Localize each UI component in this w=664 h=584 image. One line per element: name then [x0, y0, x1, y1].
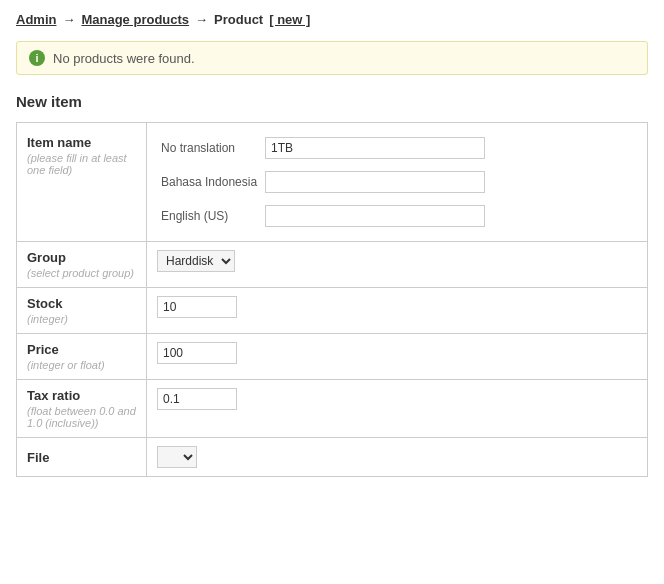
- translation-table: No translation Bahasa Indonesia English …: [157, 131, 637, 233]
- breadcrumb-manage-link[interactable]: Manage products: [81, 12, 189, 27]
- file-label-cell: File: [17, 438, 147, 477]
- price-row: Price (integer or float): [17, 334, 648, 380]
- tax-row: Tax ratio (float between 0.0 and 1.0 (in…: [17, 380, 648, 438]
- price-label-cell: Price (integer or float): [17, 334, 147, 380]
- stock-value-cell: [147, 288, 648, 334]
- english-input-cell: [261, 199, 637, 233]
- stock-label: Stock: [27, 296, 136, 311]
- tax-label: Tax ratio: [27, 388, 136, 403]
- file-value-cell: [147, 438, 648, 477]
- tax-label-cell: Tax ratio (float between 0.0 and 1.0 (in…: [17, 380, 147, 438]
- breadcrumb-arrow-1: →: [62, 12, 75, 27]
- item-name-value-cell: No translation Bahasa Indonesia English …: [147, 123, 648, 242]
- breadcrumb-new-link[interactable]: [ new ]: [269, 12, 310, 27]
- breadcrumb-arrow-2: →: [195, 12, 208, 27]
- bahasa-input-cell: [261, 165, 637, 199]
- no-translation-label: No translation: [157, 131, 261, 165]
- breadcrumb-current: Product: [214, 12, 263, 27]
- english-label: English (US): [157, 199, 261, 233]
- breadcrumb-admin-link[interactable]: Admin: [16, 12, 56, 27]
- tax-value-cell: [147, 380, 648, 438]
- stock-hint: (integer): [27, 313, 136, 325]
- alert-message: No products were found.: [53, 51, 195, 66]
- group-select[interactable]: Harddisk SSD RAM CPU: [157, 250, 235, 272]
- price-input[interactable]: [157, 342, 237, 364]
- section-title: New item: [16, 93, 648, 110]
- group-hint: (select product group): [27, 267, 136, 279]
- english-input[interactable]: [265, 205, 485, 227]
- alert-box: i No products were found.: [16, 41, 648, 75]
- price-label: Price: [27, 342, 136, 357]
- price-hint: (integer or float): [27, 359, 136, 371]
- product-form: Item name (please fill in at least one f…: [16, 122, 648, 477]
- item-name-label: Item name: [27, 135, 136, 150]
- price-value-cell: [147, 334, 648, 380]
- group-label-cell: Group (select product group): [17, 242, 147, 288]
- tax-hint: (float between 0.0 and 1.0 (inclusive)): [27, 405, 136, 429]
- group-value-cell: Harddisk SSD RAM CPU: [147, 242, 648, 288]
- stock-input[interactable]: [157, 296, 237, 318]
- group-label: Group: [27, 250, 136, 265]
- no-translation-input[interactable]: [265, 137, 485, 159]
- english-row: English (US): [157, 199, 637, 233]
- item-name-label-cell: Item name (please fill in at least one f…: [17, 123, 147, 242]
- group-row: Group (select product group) Harddisk SS…: [17, 242, 648, 288]
- stock-label-cell: Stock (integer): [17, 288, 147, 334]
- tax-input[interactable]: [157, 388, 237, 410]
- bahasa-label: Bahasa Indonesia: [157, 165, 261, 199]
- no-translation-input-cell: [261, 131, 637, 165]
- bahasa-input[interactable]: [265, 171, 485, 193]
- bahasa-row: Bahasa Indonesia: [157, 165, 637, 199]
- info-icon: i: [29, 50, 45, 66]
- file-select[interactable]: [157, 446, 197, 468]
- breadcrumb: Admin → Manage products → Product [ new …: [16, 12, 648, 27]
- item-name-hint: (please fill in at least one field): [27, 152, 136, 176]
- file-row: File: [17, 438, 648, 477]
- file-label: File: [27, 450, 136, 465]
- stock-row: Stock (integer): [17, 288, 648, 334]
- item-name-row: Item name (please fill in at least one f…: [17, 123, 648, 242]
- no-translation-row: No translation: [157, 131, 637, 165]
